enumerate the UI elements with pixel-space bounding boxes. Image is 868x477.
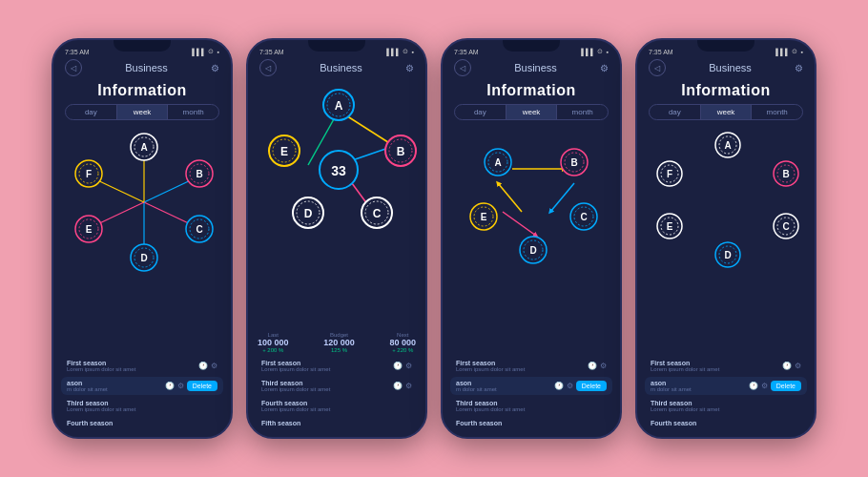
gear-icon-4-1[interactable]: ⚙ (795, 362, 801, 370)
time-1: 7:35 AM (65, 49, 90, 55)
gear-icon-h-4[interactable]: ⚙ (795, 63, 803, 73)
tab-day-1[interactable]: day (66, 105, 117, 119)
gear-icon-2-1[interactable]: ⚙ (405, 362, 412, 370)
clock-icon-3-2[interactable]: 🕐 (554, 382, 564, 390)
tab-week-1[interactable]: week (117, 105, 169, 119)
list-item-2-4: Fifth season (256, 417, 418, 429)
svg-text:B: B (397, 145, 405, 158)
notch-2 (308, 40, 365, 52)
clock-icon-1-2[interactable]: 🕐 (165, 382, 175, 390)
svg-text:C: C (782, 221, 789, 232)
tab-day-3[interactable]: day (455, 105, 506, 119)
back-icon-1[interactable]: ◁ (65, 59, 82, 76)
header-1: ◁ Business ⚙ (53, 57, 231, 80)
list-item-1-3: Third season Lorem ipsum dolor sit amet (61, 397, 223, 415)
tabs-4: day week month (649, 104, 803, 120)
page-title-3: Information (443, 80, 620, 104)
wifi-icon-1: ⊙ (208, 48, 214, 55)
time-3: 7:35 AM (454, 49, 479, 55)
gear-icon-h-2[interactable]: ⚙ (405, 63, 414, 73)
battery-icon-2: ▪ (412, 49, 414, 55)
gear-icon-1-1[interactable]: ⚙ (211, 362, 217, 370)
back-icon-2[interactable]: ◁ (259, 59, 277, 76)
wifi-icon-4: ⊙ (792, 48, 797, 55)
list-item-4-4: Fourth season (645, 417, 807, 429)
delete-button-1-2[interactable]: Delete (187, 381, 217, 391)
tabs-3: day week month (454, 104, 609, 120)
notch-4 (697, 40, 754, 52)
header-title-2: Business (320, 62, 362, 73)
svg-text:D: D (529, 245, 536, 256)
signal-icon-4: ▐▐▐ (774, 49, 788, 55)
tabs-1: day week month (65, 104, 219, 120)
svg-text:F: F (86, 169, 92, 179)
delete-button-4-2[interactable]: Delete (771, 381, 801, 391)
tab-month-1[interactable]: month (168, 105, 218, 119)
tab-week-3[interactable]: week (506, 105, 558, 119)
header-title-3: Business (514, 62, 557, 73)
page-title-4: Information (637, 80, 815, 104)
tab-week-4[interactable]: week (701, 105, 753, 119)
notch-3 (503, 40, 560, 52)
battery-icon-3: ▪ (607, 49, 609, 55)
phone-2: 7:35 AM ▐▐▐ ⊙ ▪ ◁ Business ⚙ (246, 38, 427, 439)
tab-month-4[interactable]: month (752, 105, 802, 119)
tab-month-3[interactable]: month (557, 105, 608, 119)
gear-icon-1[interactable]: ⚙ (211, 63, 219, 73)
svg-text:C: C (373, 207, 382, 220)
list-item-2-2: Third season Lorem ipsum dolor sit amet … (256, 377, 418, 395)
list-item-3-3: Third season Lorem ipsum dolor sit amet (450, 397, 612, 415)
back-icon-4[interactable]: ◁ (649, 59, 666, 76)
signal-icon-3: ▐▐▐ (579, 49, 593, 55)
page-title-1: Information (53, 80, 231, 104)
clock-icon-2-1[interactable]: 🕐 (393, 362, 403, 370)
clock-icon-4-2[interactable]: 🕐 (749, 382, 758, 390)
graph-area-4: A B C D E F (645, 126, 807, 357)
phone-1: 7:35 AM ▐▐▐ ⊙ ▪ ◁ Business ⚙ Information… (52, 38, 233, 439)
svg-text:E: E (481, 212, 487, 222)
wifi-icon-2: ⊙ (403, 48, 408, 55)
header-title-4: Business (709, 62, 752, 73)
list-item-4-3: Third season Lorem ipsum dolor sit amet (645, 397, 807, 415)
gear-icon-2-2[interactable]: ⚙ (405, 382, 412, 390)
graph-svg-1: A B C D E F (61, 126, 227, 279)
graph-svg-2: A B C D E 33 (256, 84, 422, 246)
clock-icon-3-1[interactable]: 🕐 (588, 362, 597, 370)
graph-area-1: A B C D E F (61, 126, 223, 357)
signal-icon-2: ▐▐▐ (384, 49, 399, 55)
list-item-1-4: Fourth season (61, 417, 223, 429)
clock-icon-1-1[interactable]: 🕐 (198, 362, 208, 370)
list-item-3-1: First season Lorem ipsum dolor sit amet … (450, 357, 612, 375)
time-2: 7:35 AM (259, 49, 284, 55)
gear-icon-3-1[interactable]: ⚙ (600, 362, 607, 370)
back-icon-3[interactable]: ◁ (454, 59, 471, 76)
phone-4: 7:35 AM ▐▐▐ ⊙ ▪ ◁ Business ⚙ Information… (635, 38, 816, 439)
graph-svg-3: A B C D E (450, 126, 616, 274)
gear-icon-1-2[interactable]: ⚙ (177, 382, 184, 390)
svg-text:B: B (196, 169, 202, 179)
svg-line-46 (503, 212, 536, 236)
center-num: 33 (331, 163, 346, 178)
status-icons-3: ▐▐▐ ⊙ ▪ (579, 48, 609, 55)
clock-icon-2-2[interactable]: 🕐 (393, 382, 403, 390)
status-icons-2: ▐▐▐ ⊙ ▪ (384, 48, 414, 55)
svg-text:E: E (280, 145, 288, 158)
list-item-2-1: First season Lorem ipsum dolor sit amet … (256, 357, 418, 375)
svg-text:E: E (86, 224, 93, 235)
tab-day-4[interactable]: day (650, 105, 701, 119)
svg-text:A: A (140, 142, 147, 153)
gear-icon-3-2[interactable]: ⚙ (567, 382, 573, 390)
svg-line-47 (498, 183, 522, 212)
clock-icon-4-1[interactable]: 🕐 (782, 362, 792, 370)
signal-icon-1: ▐▐▐ (190, 49, 204, 55)
gear-icon-h-3[interactable]: ⚙ (600, 63, 609, 73)
bottom-list-2: First season Lorem ipsum dolor sit amet … (248, 357, 425, 437)
svg-text:B: B (570, 157, 577, 168)
list-item-2-3: Fourth season Lorem ipsum dolor sit amet (256, 397, 418, 415)
gear-icon-4-2[interactable]: ⚙ (761, 382, 768, 390)
list-item-1-1: First season Lorem ipsum dolor sit amet … (61, 357, 223, 375)
svg-line-5 (93, 178, 144, 202)
list-item-4-2: ason m dolor sit amet 🕐 ⚙ Delete (645, 377, 807, 395)
delete-button-3-2[interactable]: Delete (576, 381, 607, 391)
list-item-1-2: ason m dolor sit amet 🕐 ⚙ Delete (61, 377, 223, 395)
